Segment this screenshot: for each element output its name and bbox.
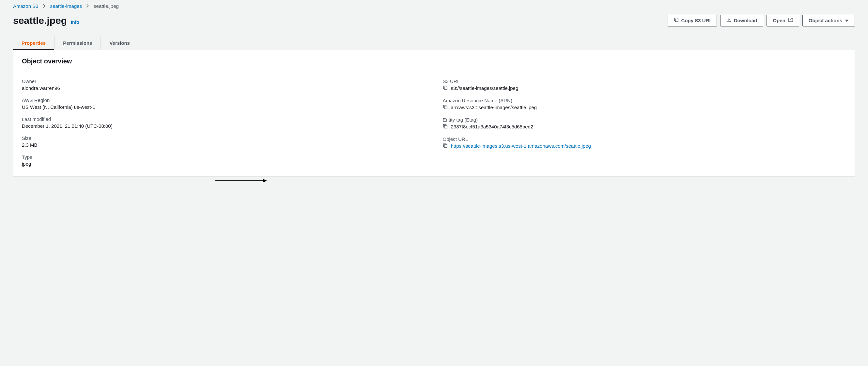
copy-s3-uri-label: Copy S3 URI [681,17,711,24]
copy-icon [674,17,679,24]
download-label: Download [734,17,757,24]
last-modified-value: December 1, 2021, 21:01:40 (UTC-08:00) [22,123,426,129]
owner-value: alondra.warren96 [22,85,426,91]
object-overview-panel: Object overview Owner alondra.warren96 A… [13,50,855,177]
svg-rect-4 [444,144,447,147]
copy-icon[interactable] [443,143,448,149]
chevron-right-icon [87,3,89,9]
svg-rect-1 [444,87,447,89]
s3-uri-value: s3://seattle-images/seattle.jpeg [451,85,519,91]
type-label: Type [22,154,426,160]
tab-properties[interactable]: Properties [13,36,55,50]
open-button[interactable]: Open [767,15,799,26]
overview-right-column: S3 URI s3://seattle-images/seattle.jpeg … [434,71,855,176]
copy-icon[interactable] [443,85,448,91]
breadcrumb-current: seattle.jpeg [94,3,119,9]
copy-icon[interactable] [443,124,448,130]
panel-heading: Object overview [13,50,855,71]
svg-rect-3 [444,125,447,128]
arn-value: arn:aws:s3:::seattle-images/seattle.jpeg [451,105,537,110]
object-url-link[interactable]: https://seattle-images.s3.us-west-1.amaz… [451,143,591,149]
download-icon [726,17,731,24]
arrow-annotation-icon [215,177,268,184]
tab-versions[interactable]: Versions [101,36,138,50]
svg-rect-2 [444,106,447,109]
open-label: Open [773,17,785,24]
size-label: Size [22,135,426,141]
etag-label: Entity tag (Etag) [443,117,846,122]
info-link[interactable]: Info [71,20,79,25]
page-title: seattle.jpeg [13,15,67,26]
download-button[interactable]: Download [720,15,764,26]
object-actions-label: Object actions [809,17,842,24]
chevron-right-icon [43,3,46,9]
action-bar: Copy S3 URI Download Open Object actions [668,15,855,26]
object-actions-button[interactable]: Object actions [802,15,855,26]
region-value: US West (N. California) us-west-1 [22,104,426,110]
tab-bar: Properties Permissions Versions [13,36,855,50]
svg-rect-0 [675,19,678,22]
external-link-icon [788,17,793,24]
copy-s3-uri-button[interactable]: Copy S3 URI [668,15,717,26]
breadcrumb-root-link[interactable]: Amazon S3 [13,3,38,9]
caret-down-icon [845,17,849,24]
arn-label: Amazon Resource Name (ARN) [443,98,846,103]
breadcrumb: Amazon S3 seattle-images seattle.jpeg [13,0,855,15]
page-header: seattle.jpeg Info Copy S3 URI Download O… [13,15,855,36]
overview-left-column: Owner alondra.warren96 AWS Region US Wes… [13,71,434,176]
region-label: AWS Region [22,97,426,103]
etag-value: 2387f8ecf51a3a5340a74f3c5d65bed2 [451,124,533,130]
s3-uri-label: S3 URI [443,78,846,84]
type-value: jpeg [22,161,426,167]
breadcrumb-bucket-link[interactable]: seattle-images [50,3,82,9]
copy-icon[interactable] [443,105,448,110]
tab-permissions[interactable]: Permissions [55,36,101,50]
size-value: 2.3 MB [22,142,426,148]
owner-label: Owner [22,78,426,84]
last-modified-label: Last modified [22,116,426,122]
object-url-label: Object URL [443,136,846,142]
